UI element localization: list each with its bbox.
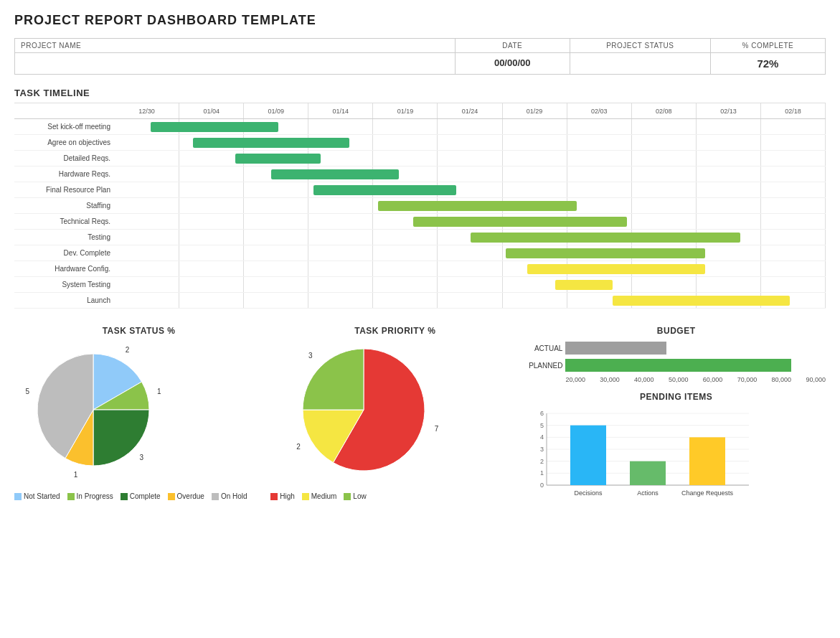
pending-bar xyxy=(630,461,666,485)
svg-text:0: 0 xyxy=(540,482,544,489)
legend-item: Low xyxy=(344,492,366,500)
task-status-title: TASK STATUS % xyxy=(14,326,263,336)
gantt-task-label: Hardware Reqs. xyxy=(14,166,115,182)
svg-text:3: 3 xyxy=(139,454,143,461)
gantt-bar xyxy=(413,217,626,227)
gantt-bar xyxy=(471,233,741,243)
svg-text:2: 2 xyxy=(126,346,130,354)
legend-label: Medium xyxy=(311,492,337,500)
gantt-task-row xyxy=(115,230,826,245)
gantt-task-row xyxy=(115,293,826,309)
project-date-value[interactable]: 00/00/00 xyxy=(456,53,570,74)
legend-item: Medium xyxy=(302,492,337,500)
gantt-task-label: Detailed Reqs. xyxy=(14,151,115,166)
budget-planned-label: PLANNED xyxy=(527,362,562,370)
budget-axis-label: 90,000 xyxy=(806,376,826,383)
gantt-container: Set kick-off meetingAgree on objectivesD… xyxy=(14,103,826,309)
svg-text:3: 3 xyxy=(540,446,544,453)
gantt-task-row xyxy=(115,119,826,135)
gantt-date-cell: 01/04 xyxy=(179,103,244,118)
project-name-header: PROJECT NAME xyxy=(15,39,456,52)
legend-label: Not Started xyxy=(24,492,60,500)
gantt-task-label: Launch xyxy=(14,293,115,309)
gantt-chart: 12/3001/0401/0901/1401/1901/2401/2902/03… xyxy=(115,103,826,309)
project-status-value[interactable] xyxy=(570,53,711,74)
gantt-date-cell: 01/24 xyxy=(438,103,502,118)
gantt-date-cell: 01/14 xyxy=(308,103,373,118)
budget-chart: BUDGET ACTUAL PLANNED 20,00030,00040,000… xyxy=(527,326,826,383)
svg-text:2: 2 xyxy=(540,458,544,465)
gantt-bar xyxy=(527,264,705,274)
gantt-bar xyxy=(271,169,399,179)
gantt-task-row xyxy=(115,151,826,166)
gantt-bar xyxy=(378,201,577,211)
date-header: DATE xyxy=(456,39,570,52)
budget-axis-label: 20,000 xyxy=(565,376,585,383)
gantt-labels: Set kick-off meetingAgree on objectivesD… xyxy=(14,103,115,309)
pending-bar-label: Actions xyxy=(638,489,659,497)
gantt-task-row xyxy=(115,135,826,151)
gantt-task-row xyxy=(115,182,826,198)
page-title: PROJECT REPORT DASHBOARD TEMPLATE xyxy=(14,13,826,28)
gantt-task-label: Final Resource Plan xyxy=(14,182,115,198)
gantt-date-cell: 02/13 xyxy=(697,103,761,118)
budget-axis-label: 50,000 xyxy=(669,376,689,383)
gantt-section: TASK TIMELINE Set kick-off meetingAgree … xyxy=(14,88,826,309)
svg-text:4: 4 xyxy=(540,433,544,441)
budget-axis-label: 30,000 xyxy=(600,376,620,383)
pending-bar xyxy=(689,437,725,485)
budget-planned-bar-container xyxy=(565,359,826,372)
task-priority-title: TASK PRIORITY % xyxy=(270,326,519,336)
gantt-task-row xyxy=(115,166,826,182)
budget-axis-label: 40,000 xyxy=(634,376,654,383)
budget-bars: ACTUAL PLANNED xyxy=(527,342,826,372)
budget-planned-row: PLANNED xyxy=(527,359,826,372)
legend-label: On Hold xyxy=(221,492,247,500)
svg-text:1: 1 xyxy=(157,388,161,395)
task-priority-chart: TASK PRIORITY % 723 HighMediumLow xyxy=(270,326,519,500)
task-priority-legend: HighMediumLow xyxy=(270,492,519,500)
budget-title: BUDGET xyxy=(527,326,826,336)
complete-header: % COMPLETE xyxy=(711,39,825,52)
gantt-bar xyxy=(235,154,321,164)
legend-label: In Progress xyxy=(77,492,113,500)
task-status-legend: Not StartedIn ProgressCompleteOverdueOn … xyxy=(14,492,263,500)
legend-item: Not Started xyxy=(14,492,60,500)
pending-chart-area: 0123456DecisionsActionsChange Requests xyxy=(527,408,826,502)
legend-label: Low xyxy=(353,492,366,500)
priority-pie-svg: 723 xyxy=(270,342,457,485)
gantt-bar xyxy=(555,280,612,290)
pending-svg: 0123456DecisionsActionsChange Requests xyxy=(527,408,756,501)
budget-actual-row: ACTUAL xyxy=(527,342,826,355)
budget-actual-bar xyxy=(565,342,666,355)
svg-text:1: 1 xyxy=(540,469,544,477)
gantt-date-cell: 01/09 xyxy=(244,103,308,118)
gantt-task-row xyxy=(115,198,826,214)
gantt-task-label: Staffing xyxy=(14,198,115,214)
budget-axis-label: 70,000 xyxy=(737,376,758,383)
budget-actual-bar-container xyxy=(565,342,826,355)
gantt-task-row xyxy=(115,261,826,277)
gantt-task-label: System Testing xyxy=(14,277,115,293)
gantt-bar xyxy=(193,138,349,148)
legend-item: On Hold xyxy=(212,492,247,500)
gantt-bar xyxy=(613,296,791,306)
gantt-task-label: Technical Reqs. xyxy=(14,214,115,230)
legend-label: High xyxy=(280,492,295,500)
svg-text:5: 5 xyxy=(25,388,29,395)
project-name-value[interactable] xyxy=(15,53,456,74)
task-status-chart: TASK STATUS % 21315 Not StartedIn Progre… xyxy=(14,326,263,500)
legend-item: Overdue xyxy=(168,492,204,500)
legend-label: Overdue xyxy=(177,492,204,500)
gantt-date-cell: 01/19 xyxy=(373,103,438,118)
gantt-date-cell: 01/29 xyxy=(503,103,567,118)
gantt-bar xyxy=(313,185,456,195)
svg-text:2: 2 xyxy=(296,443,301,451)
gantt-bar xyxy=(506,248,704,258)
svg-text:3: 3 xyxy=(308,352,313,360)
project-complete-value: 72% xyxy=(711,53,825,74)
gantt-header: 12/3001/0401/0901/1401/1901/2401/2902/03… xyxy=(115,103,826,119)
gantt-task-label: Hardware Config. xyxy=(14,261,115,277)
project-info-table: PROJECT NAME DATE PROJECT STATUS % COMPL… xyxy=(14,38,826,75)
svg-text:7: 7 xyxy=(435,425,439,433)
